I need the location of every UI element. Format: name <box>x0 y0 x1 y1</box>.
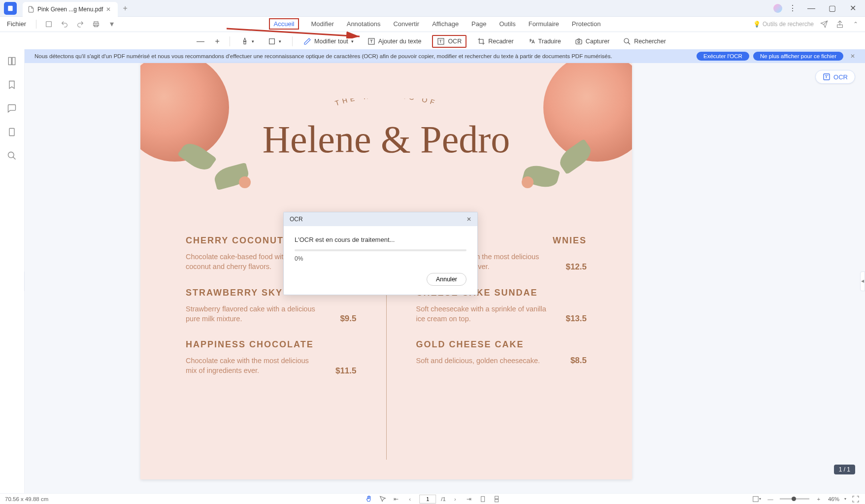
menu-accueil[interactable]: Accueil <box>269 18 299 30</box>
camera-icon <box>575 37 583 45</box>
ocr-button[interactable]: OCR <box>432 35 466 48</box>
app-icon[interactable] <box>4 2 17 15</box>
bud-decoration <box>239 176 251 188</box>
cancel-button[interactable]: Annuler <box>427 273 466 286</box>
document-tab[interactable]: Pink Green ...g Menu.pdf ✕ <box>23 2 118 17</box>
zoom-in-icon[interactable]: + <box>213 37 222 46</box>
svg-rect-21 <box>495 496 498 499</box>
save-icon[interactable] <box>43 19 54 30</box>
chevron-up-icon[interactable]: ⌃ <box>850 19 861 30</box>
execute-ocr-button[interactable]: Exécuter l'OCR <box>697 52 749 61</box>
page-total: /1 <box>441 496 446 502</box>
edit-all-button[interactable]: Modifier tout ▾ <box>300 36 357 47</box>
pdf-icon <box>28 6 34 13</box>
hand-tool-icon[interactable] <box>364 495 373 504</box>
page-dimensions: 70.56 x 49.88 cm <box>5 496 48 502</box>
svg-point-12 <box>624 38 629 43</box>
highlighter-icon <box>241 37 249 45</box>
svg-text:THE WEDDING OF: THE WEDDING OF <box>334 99 438 107</box>
svg-rect-14 <box>8 58 11 65</box>
separator <box>230 36 230 46</box>
shape-tool[interactable]: ▾ <box>265 36 284 47</box>
zoom-out-icon[interactable]: — <box>196 37 205 46</box>
menu-page[interactable]: Page <box>470 18 487 30</box>
crop-button[interactable]: Recadrer <box>474 36 516 47</box>
ocr-modal: OCR ✕ L'OCR est en cours de traitement..… <box>283 212 478 295</box>
prev-page-icon[interactable]: ‹ <box>405 495 414 504</box>
zoom-out-status-icon[interactable]: — <box>766 495 775 504</box>
search-button[interactable]: Rechercher <box>620 36 669 47</box>
highlighter-tool[interactable]: ▾ <box>238 36 257 47</box>
names-heading: Helene & Pedro <box>263 117 510 162</box>
bookmark-icon[interactable] <box>7 80 18 91</box>
first-page-icon[interactable]: ⇤ <box>392 495 400 504</box>
attachment-icon[interactable] <box>7 127 18 138</box>
capture-button[interactable]: Capturer <box>572 36 613 47</box>
pencil-icon <box>303 37 311 45</box>
modal-title: OCR <box>290 216 303 223</box>
search-panel-icon[interactable] <box>7 151 18 162</box>
fit-width-icon[interactable]: ▾ <box>752 495 761 504</box>
menu-item: GOLD CHEESE CAKE Soft and delicious, gol… <box>416 339 587 366</box>
modal-close-icon[interactable]: ✕ <box>466 216 471 223</box>
single-page-icon[interactable] <box>478 495 487 504</box>
minimize-icon[interactable]: — <box>803 2 820 15</box>
svg-rect-22 <box>495 499 498 502</box>
menu-annotations[interactable]: Annotations <box>346 18 382 30</box>
undo-icon[interactable] <box>59 19 70 30</box>
kebab-menu-icon[interactable]: ⋮ <box>786 2 799 15</box>
next-page-icon[interactable]: › <box>451 495 460 504</box>
svg-rect-23 <box>753 496 759 502</box>
translate-button[interactable]: Traduire <box>525 36 564 47</box>
print-icon[interactable] <box>91 19 101 30</box>
tab-title: Pink Green ...g Menu.pdf <box>37 6 103 13</box>
dismiss-banner-button[interactable]: Ne plus afficher pour ce fichier <box>753 52 843 61</box>
thumbnails-icon[interactable] <box>7 56 18 67</box>
close-window-icon[interactable]: ✕ <box>844 2 861 15</box>
bud-decoration <box>522 176 533 188</box>
svg-rect-20 <box>481 496 484 502</box>
continuous-page-icon[interactable] <box>492 495 501 504</box>
search-tools-icon[interactable]: 💡 Outils de recherche <box>753 21 814 28</box>
menu-convertir[interactable]: Convertir <box>392 18 420 30</box>
zoom-percent: 46% <box>828 496 839 502</box>
zoom-slider[interactable] <box>780 498 809 500</box>
progress-bar <box>295 249 466 251</box>
file-menu[interactable]: Fichier <box>4 20 29 28</box>
ocr-icon <box>823 73 831 81</box>
select-tool-icon[interactable] <box>378 495 387 504</box>
comment-icon[interactable] <box>7 103 18 114</box>
zoom-in-status-icon[interactable]: + <box>814 495 823 504</box>
user-avatar[interactable] <box>773 4 782 13</box>
tab-close-icon[interactable]: ✕ <box>106 6 113 13</box>
svg-point-11 <box>578 40 580 42</box>
svg-rect-9 <box>438 38 444 44</box>
progress-percent: 0% <box>295 255 466 262</box>
separator <box>36 20 36 29</box>
share-icon[interactable] <box>834 19 845 30</box>
page-input[interactable] <box>419 495 436 504</box>
fit-page-icon[interactable] <box>851 495 860 504</box>
menu-item: HAPPINESS CHOCOLATE Chocolate cake with … <box>186 339 357 376</box>
banner-close-icon[interactable]: ✕ <box>850 53 855 60</box>
send-icon[interactable] <box>819 19 830 30</box>
right-rail-expander[interactable]: ◀ <box>860 271 865 291</box>
translate-icon <box>528 37 535 45</box>
dropdown-icon[interactable]: ▾ <box>106 19 117 30</box>
svg-point-17 <box>8 152 14 158</box>
search-icon <box>623 37 631 45</box>
menu-affichage[interactable]: Affichage <box>431 18 460 30</box>
add-text-button[interactable]: Ajouter du texte <box>365 36 425 47</box>
svg-rect-15 <box>12 58 15 65</box>
new-tab-button[interactable]: + <box>123 4 127 13</box>
maximize-icon[interactable]: ▢ <box>824 2 840 15</box>
ocr-banner: Nous détectons qu'il s'agit d'un PDF num… <box>25 49 865 63</box>
square-icon <box>268 37 276 45</box>
redo-icon[interactable] <box>75 19 86 30</box>
menu-formulaire[interactable]: Formulaire <box>528 18 560 30</box>
last-page-icon[interactable]: ⇥ <box>465 495 473 504</box>
menu-protection[interactable]: Protection <box>571 18 602 30</box>
ocr-float-button[interactable]: OCR <box>815 70 855 84</box>
menu-modifier[interactable]: Modifier <box>310 18 334 30</box>
menu-outils[interactable]: Outils <box>498 18 516 30</box>
